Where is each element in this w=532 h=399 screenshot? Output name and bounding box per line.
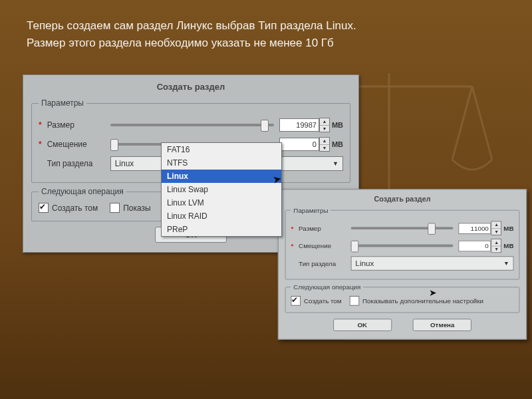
- option-linux-lvm[interactable]: Linux LVM: [162, 196, 281, 209]
- option-fat16[interactable]: FAT16: [162, 143, 281, 156]
- required-icon: *: [39, 120, 42, 130]
- offset-spinner-2[interactable]: ▲▼: [491, 239, 502, 253]
- create-volume-checkbox-1[interactable]: [39, 203, 49, 213]
- size-slider-2[interactable]: [350, 222, 458, 234]
- type-label-1: Тип раздела: [47, 159, 110, 168]
- size-spinner-2[interactable]: ▲▼: [491, 221, 502, 235]
- offset-spinner-1[interactable]: ▲▼: [319, 137, 330, 152]
- offset-slider-2[interactable]: [350, 240, 458, 252]
- dialog1-title: Создать раздел: [31, 82, 350, 92]
- create-partition-dialog-2: Создать раздел Параметры * Размер 11000 …: [278, 189, 527, 339]
- show-more-label-2: Показывать дополнительные настройки: [362, 297, 483, 305]
- params-fieldset-2: Параметры * Размер 11000 ▲▼ MB * Смещени…: [285, 207, 520, 280]
- option-linux-swap[interactable]: Linux Swap: [162, 183, 281, 196]
- type-value-2: Linux: [355, 259, 374, 268]
- size-spinner-1[interactable]: ▲▼: [319, 118, 330, 132]
- create-volume-label-1: Создать том: [52, 203, 98, 213]
- next-legend-2: Следующая операция: [291, 283, 363, 291]
- params-legend-1: Параметры: [39, 98, 86, 108]
- option-ntfs[interactable]: NTFS: [162, 156, 281, 170]
- instruction-line2: Размер этого раздела необходимо указать …: [27, 35, 505, 52]
- offset-unit-2: MB: [503, 242, 513, 249]
- size-label-1: Размер: [47, 120, 110, 130]
- create-volume-checkbox-2[interactable]: [291, 296, 301, 306]
- params-legend-2: Параметры: [291, 207, 331, 214]
- offset-label-1: Смещение: [47, 140, 110, 149]
- dialog2-title: Создать раздел: [285, 195, 520, 203]
- offset-input-2[interactable]: 0: [459, 240, 491, 251]
- cancel-button-2[interactable]: Отмена: [413, 319, 471, 331]
- size-input-1[interactable]: 19987: [279, 118, 319, 132]
- option-linux-raid[interactable]: Linux RAID: [162, 209, 281, 223]
- partition-type-dropdown-list[interactable]: FAT16 NTFS Linux Linux Swap Linux LVM Li…: [161, 142, 282, 237]
- ok-button-2[interactable]: OK: [333, 319, 392, 331]
- size-label-2: Размер: [299, 225, 350, 232]
- size-input-2[interactable]: 11000: [459, 223, 491, 234]
- type-label-2: Тип раздела: [299, 260, 350, 267]
- size-unit-2: MB: [503, 225, 513, 232]
- size-slider-1[interactable]: [110, 119, 279, 131]
- size-unit-1: MB: [332, 121, 343, 129]
- show-more-checkbox-2[interactable]: [349, 296, 359, 306]
- chevron-down-icon: ▼: [503, 260, 509, 267]
- instruction-text: Теперь создаем сам раздел Линукс выбрав …: [27, 17, 505, 53]
- required-icon: *: [291, 242, 293, 249]
- show-more-label-1: Показы: [123, 203, 150, 213]
- offset-input-1[interactable]: 0: [279, 138, 319, 151]
- option-prep[interactable]: PReP: [162, 223, 281, 236]
- option-linux[interactable]: Linux: [162, 170, 281, 183]
- offset-label-2: Смещение: [299, 242, 350, 249]
- create-volume-label-2: Создать том: [304, 297, 342, 305]
- offset-unit-1: MB: [332, 140, 343, 148]
- cursor-icon: ➤: [429, 287, 437, 298]
- type-combobox-2[interactable]: Linux ▼: [350, 256, 513, 271]
- required-icon: *: [39, 140, 42, 149]
- chevron-down-icon: ▼: [332, 160, 338, 167]
- next-legend-1: Следующая операция: [39, 187, 126, 196]
- type-value-1: Linux: [115, 159, 134, 168]
- required-icon: *: [291, 225, 293, 232]
- next-op-fieldset-2: Следующая операция Создать том Показыват…: [285, 283, 520, 313]
- size-row-1: * Размер 19987 ▲▼ MB: [39, 118, 343, 132]
- instruction-line1: Теперь создаем сам раздел Линукс выбрав …: [27, 17, 505, 35]
- show-more-checkbox-1[interactable]: [110, 203, 120, 213]
